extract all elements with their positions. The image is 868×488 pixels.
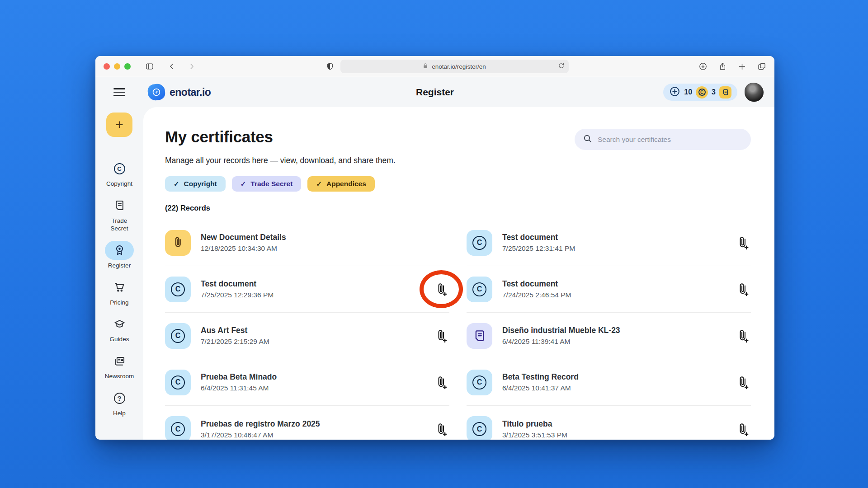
user-avatar[interactable] xyxy=(745,83,764,102)
add-appendix-icon[interactable] xyxy=(433,280,449,299)
appendix-credit-icon xyxy=(719,86,731,99)
menu-icon[interactable] xyxy=(113,88,125,96)
sidebar-item-guides[interactable]: Guides xyxy=(95,310,143,347)
sidebar: + C Copyright Trade Secret Register xyxy=(95,107,143,440)
section-title: My certificates xyxy=(165,128,273,146)
address-bar[interactable]: enotar.io/register/en xyxy=(340,60,569,73)
record-datetime: 3/1/2025 3:51:53 PM xyxy=(502,431,567,439)
record-title: Test document xyxy=(502,233,575,242)
sidebar-item-register[interactable]: Register xyxy=(95,237,143,274)
enotar-logo-icon xyxy=(147,83,166,101)
record-row[interactable]: Diseño industrial Mueble KL-23 6/4/2025 … xyxy=(467,313,751,359)
add-credits-icon xyxy=(669,86,680,99)
desktop-background: enotar.io/register/en xyxy=(0,0,868,488)
add-appendix-icon[interactable] xyxy=(433,420,449,439)
main-content: My certificates Manage all your records … xyxy=(143,107,774,440)
sidebar-item-help[interactable]: ? Help xyxy=(95,385,143,422)
credits-pill[interactable]: 10 C 3 xyxy=(663,84,737,101)
add-appendix-icon[interactable] xyxy=(433,373,449,392)
record-datetime: 6/4/2025 10:41:37 AM xyxy=(502,384,579,392)
record-row[interactable]: C Test document 7/24/2025 2:46:54 PM xyxy=(467,266,751,313)
search-icon xyxy=(583,134,592,145)
record-row[interactable]: C Aus Art Fest 7/21/2025 2:15:29 AM xyxy=(165,313,449,359)
record-datetime: 6/4/2025 11:39:41 AM xyxy=(502,338,620,346)
search-input[interactable] xyxy=(598,136,743,144)
copyright-icon: C xyxy=(467,416,492,440)
new-record-button[interactable]: + xyxy=(106,113,132,137)
copyright-icon: C xyxy=(165,277,191,302)
window-controls xyxy=(104,63,131,70)
zoom-window-button[interactable] xyxy=(124,63,131,70)
brand-logo[interactable]: enotar.io xyxy=(148,84,211,100)
record-row[interactable]: C Prueba Beta Minado 6/4/2025 11:31:45 A… xyxy=(165,359,449,406)
copyright-icon: C xyxy=(467,370,492,395)
tab-overview-icon[interactable] xyxy=(757,62,766,71)
browser-window: enotar.io/register/en xyxy=(95,56,774,440)
copyright-icon: C xyxy=(105,159,134,178)
sidebar-item-trade-secret[interactable]: Trade Secret xyxy=(95,192,143,237)
record-title: Test document xyxy=(502,279,571,289)
sidebar-toggle-icon[interactable] xyxy=(145,62,154,71)
filter-chip-appendices[interactable]: ✓ Appendices xyxy=(307,176,374,192)
trade-secret-icon xyxy=(105,196,134,215)
record-datetime: 7/21/2025 2:15:29 AM xyxy=(201,338,269,346)
attach-spacer xyxy=(433,233,449,252)
section-subtitle: Manage all your records here — view, dow… xyxy=(165,156,751,165)
lock-icon xyxy=(423,62,428,70)
filter-chip-copyright[interactable]: ✓ Copyright xyxy=(165,176,226,192)
record-title: Diseño industrial Mueble KL-23 xyxy=(502,326,620,335)
add-appendix-icon[interactable] xyxy=(735,420,751,439)
back-icon[interactable] xyxy=(168,62,176,70)
add-appendix-icon[interactable] xyxy=(735,280,751,299)
search-box[interactable] xyxy=(575,129,751,150)
record-title: Beta Testing Record xyxy=(502,372,579,382)
record-row[interactable]: New Document Details 12/18/2025 10:34:30… xyxy=(165,220,449,266)
record-datetime: 7/25/2025 12:29:36 PM xyxy=(201,291,274,299)
appendix-paperclip-icon xyxy=(165,230,191,256)
records-count: (22) Records xyxy=(165,204,751,212)
record-title: Test document xyxy=(201,279,274,289)
sidebar-item-pricing[interactable]: Pricing xyxy=(95,274,143,311)
record-row[interactable]: C Beta Testing Record 6/4/2025 10:41:37 … xyxy=(467,359,751,406)
appendix-credit-count: 3 xyxy=(712,88,716,96)
add-appendix-icon[interactable] xyxy=(433,326,449,345)
copyright-icon: C xyxy=(165,370,191,395)
record-title: Prueba Beta Minado xyxy=(201,372,277,382)
copyright-credit-count: 10 xyxy=(684,88,692,96)
record-row[interactable]: C Test document 7/25/2025 12:31:41 PM xyxy=(467,220,751,266)
copyright-coin-icon: C xyxy=(696,86,708,99)
sidebar-item-copyright[interactable]: C Copyright xyxy=(95,155,143,192)
record-datetime: 12/18/2025 10:34:30 AM xyxy=(201,244,286,253)
sidebar-item-newsroom[interactable]: Newsroom xyxy=(95,347,143,385)
record-row[interactable]: C Pruebas de registro Marzo 2025 3/17/20… xyxy=(165,406,449,440)
url-text: enotar.io/register/en xyxy=(432,63,486,70)
copyright-icon: C xyxy=(467,277,492,302)
forward-icon[interactable] xyxy=(188,62,196,70)
record-row[interactable]: C Test document 7/25/2025 12:29:36 PM xyxy=(165,266,449,313)
browser-chrome: enotar.io/register/en xyxy=(95,56,774,77)
add-appendix-icon[interactable] xyxy=(735,326,751,345)
record-title: Pruebas de registro Marzo 2025 xyxy=(201,419,320,429)
cart-icon xyxy=(105,278,134,297)
downloads-icon[interactable] xyxy=(698,62,708,71)
record-datetime: 3/17/2025 10:46:47 AM xyxy=(201,431,320,439)
records-column-right: C Test document 7/25/2025 12:31:41 PM C xyxy=(467,220,751,440)
record-title: Titulo prueba xyxy=(502,419,567,429)
register-badge-icon xyxy=(105,241,134,260)
minimize-window-button[interactable] xyxy=(114,63,120,70)
help-icon: ? xyxy=(105,389,134,408)
close-window-button[interactable] xyxy=(104,63,110,70)
record-title: New Document Details xyxy=(201,233,286,242)
record-row[interactable]: C Titulo prueba 3/1/2025 3:51:53 PM xyxy=(467,406,751,440)
privacy-shield-icon xyxy=(326,62,334,71)
share-icon[interactable] xyxy=(718,62,727,71)
reload-icon[interactable] xyxy=(558,62,565,71)
filter-chip-trade-secret[interactable]: ✓ Trade Secret xyxy=(232,176,302,192)
add-appendix-icon[interactable] xyxy=(735,233,751,252)
record-datetime: 7/24/2025 2:46:54 PM xyxy=(502,291,571,299)
add-appendix-icon[interactable] xyxy=(735,373,751,392)
copyright-icon: C xyxy=(467,230,492,256)
brand-name: enotar.io xyxy=(170,86,211,99)
new-tab-icon[interactable] xyxy=(738,62,746,71)
record-title: Aus Art Fest xyxy=(201,326,269,335)
